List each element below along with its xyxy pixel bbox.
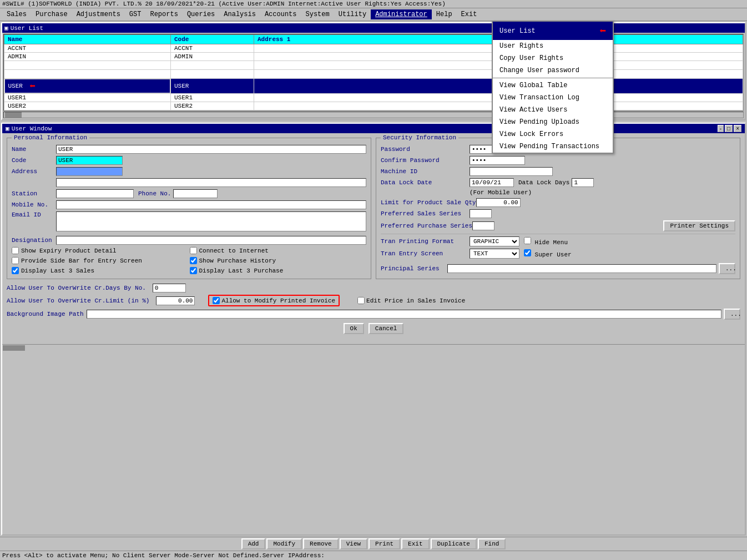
- email-input[interactable]: [56, 211, 366, 231]
- menu-utility[interactable]: Utility: [334, 9, 371, 19]
- maximize-button[interactable]: □: [725, 125, 733, 132]
- show-expiry-checkbox[interactable]: [12, 247, 19, 254]
- ok-button[interactable]: Ok: [344, 323, 364, 334]
- machine-id-input[interactable]: [470, 167, 553, 176]
- window-icon: ▣: [4, 24, 8, 32]
- station-input[interactable]: [56, 189, 134, 198]
- name-input[interactable]: [56, 145, 366, 154]
- printer-settings-button[interactable]: Printer Settings: [663, 220, 735, 231]
- hide-menu-checkbox[interactable]: [524, 237, 531, 244]
- row-code-selected: USER: [171, 79, 254, 94]
- principal-series-input[interactable]: [447, 264, 716, 273]
- menu-help[interactable]: Help: [432, 9, 457, 19]
- data-lock-days-input[interactable]: [572, 178, 594, 187]
- table-row[interactable]: USER1 USER1: [4, 94, 743, 102]
- preferred-sales-input[interactable]: [470, 209, 492, 218]
- modify-button[interactable]: Modify: [266, 538, 302, 549]
- exit-button[interactable]: Exit: [401, 538, 429, 549]
- duplicate-button[interactable]: Duplicate: [431, 538, 477, 549]
- edit-price-sales-checkbox[interactable]: [357, 297, 365, 304]
- find-button[interactable]: Find: [478, 538, 506, 549]
- overwrite-limit-row: Allow User To OverWrite Cr.Limit (in %) …: [7, 295, 740, 306]
- dropdown-view-active-users[interactable]: View Active Users: [493, 104, 613, 116]
- display-last-3-sales-checkbox[interactable]: [12, 267, 19, 274]
- principal-series-row: Principal Series ...: [381, 263, 735, 274]
- menu-gst[interactable]: GST: [125, 9, 146, 19]
- minimize-button[interactable]: -: [718, 125, 724, 132]
- data-lock-date-row: Data Lock Date Data Lock Days: [381, 178, 735, 187]
- menu-accounts[interactable]: Accounts: [260, 9, 301, 19]
- machine-id-label: Machine ID: [381, 168, 470, 175]
- dropdown-user-list[interactable]: User List ⬅: [493, 22, 613, 40]
- tran-entry-select[interactable]: TEXT GRAPHIC: [470, 249, 519, 259]
- user-window-scrollbar[interactable]: [2, 344, 745, 351]
- remove-button[interactable]: Remove: [303, 538, 339, 549]
- dropdown-view-transaction-log[interactable]: View Transaction Log: [493, 92, 613, 104]
- menu-administrator[interactable]: Administrator: [371, 9, 432, 19]
- background-image-row: Background Image Path ...: [7, 309, 740, 320]
- row-code: [171, 70, 254, 79]
- super-user-checkbox[interactable]: [524, 249, 531, 256]
- admin-dropdown: User List ⬅ User Rights Copy User Rights…: [492, 21, 614, 154]
- dropdown-copy-rights[interactable]: Copy User Rights: [493, 52, 613, 64]
- mobile-input[interactable]: [56, 200, 366, 209]
- overwrite-days-input[interactable]: [153, 284, 186, 292]
- show-purchase-history-checkbox[interactable]: [190, 257, 197, 264]
- data-lock-date-input[interactable]: [470, 178, 514, 187]
- table-row-selected[interactable]: USER ⬅ USER: [4, 79, 743, 94]
- designation-input[interactable]: [56, 236, 366, 245]
- close-button[interactable]: ×: [734, 125, 741, 132]
- code-input[interactable]: [56, 156, 123, 165]
- limit-sale-qty-input[interactable]: [476, 198, 521, 207]
- provide-sidebar-checkbox[interactable]: [12, 257, 19, 264]
- row-name: USER2: [4, 102, 171, 110]
- menu-exit[interactable]: Exit: [457, 9, 482, 19]
- cancel-button[interactable]: Cancel: [369, 323, 404, 334]
- dropdown-view-pending-uploads[interactable]: View Pending Uploads: [493, 116, 613, 128]
- dropdown-user-rights[interactable]: User Rights: [493, 40, 613, 52]
- view-button[interactable]: View: [340, 538, 367, 549]
- allow-modify-invoice-checkbox[interactable]: [213, 297, 220, 304]
- display-last-3-sales-row: Display Last 3 Sales: [12, 267, 189, 274]
- preferred-purchase-label: Preferred Purchase Series: [381, 223, 472, 229]
- tran-format-select[interactable]: GRAPHIC TEXT BOTH: [470, 236, 519, 246]
- table-row[interactable]: ADMIN ADMIN: [4, 53, 743, 61]
- menu-reports[interactable]: Reports: [145, 9, 182, 19]
- horizontal-scrollbar[interactable]: [3, 112, 744, 118]
- table-row[interactable]: [4, 61, 743, 70]
- row-name: [4, 70, 171, 79]
- dropdown-view-global-table[interactable]: View Global Table: [493, 79, 613, 92]
- background-image-browse[interactable]: ...: [724, 309, 740, 320]
- menu-adjustments[interactable]: Adjustments: [72, 9, 125, 19]
- email-label: Email ID: [12, 211, 56, 218]
- address-input[interactable]: [56, 167, 123, 176]
- menu-purchase[interactable]: Purchase: [31, 9, 72, 19]
- user-list-window: ▣ User List Name Code Address 1: [1, 22, 746, 120]
- background-image-input[interactable]: [87, 310, 721, 319]
- display-last-3-purchase-checkbox[interactable]: [190, 267, 197, 274]
- add-button[interactable]: Add: [241, 538, 266, 549]
- dropdown-view-lock-errors[interactable]: View Lock Errors: [493, 128, 613, 140]
- menu-queries[interactable]: Queries: [183, 9, 219, 19]
- ok-cancel-row: Ok Cancel: [7, 323, 740, 334]
- dropdown-change-password[interactable]: Change User password: [493, 64, 613, 77]
- station-row: Station Phone No.: [12, 189, 366, 198]
- preferred-purchase-input[interactable]: [472, 221, 494, 230]
- menu-sales[interactable]: Sales: [2, 9, 31, 19]
- confirm-password-input[interactable]: [470, 156, 525, 165]
- print-button[interactable]: Print: [369, 538, 400, 549]
- tran-format-label: Tran Printing Format: [381, 238, 470, 245]
- address-input2[interactable]: [56, 178, 366, 187]
- security-info-section: Security Information Password Confirm Pa…: [376, 138, 740, 279]
- menu-system[interactable]: System: [301, 9, 334, 19]
- phone-input[interactable]: [173, 189, 218, 198]
- table-row[interactable]: [4, 70, 743, 79]
- dropdown-view-pending-transactions[interactable]: View Pending Transactions: [493, 140, 613, 153]
- connect-internet-checkbox[interactable]: [190, 247, 197, 254]
- menu-analysis[interactable]: Analysis: [219, 9, 260, 19]
- table-row[interactable]: ACCNT ACCNT: [4, 44, 743, 53]
- overwrite-limit-input[interactable]: [156, 296, 195, 305]
- tran-entry-row: Tran Entry Screen TEXT GRAPHIC Super Use…: [381, 249, 735, 259]
- table-row[interactable]: USER2 USER2: [4, 102, 743, 110]
- principal-series-browse[interactable]: ...: [719, 263, 735, 274]
